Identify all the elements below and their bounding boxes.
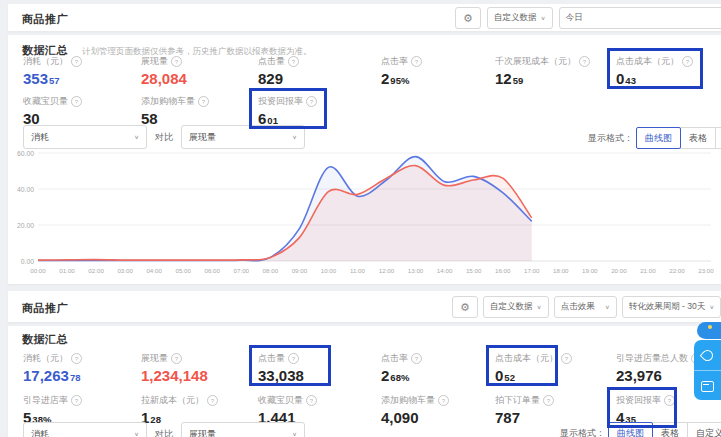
chat-card-icon[interactable]: [694, 370, 721, 401]
svg-text:02:00: 02:00: [88, 267, 104, 274]
metric-value: 35357: [23, 71, 141, 88]
svg-text:14:00: 14:00: [437, 267, 453, 274]
conversion-period-select[interactable]: 转化效果周期 - 30天 ∨: [622, 296, 721, 318]
compare-select[interactable]: 展现量 ∨: [181, 422, 305, 437]
metric-cell: 展现量?1,234,148: [141, 352, 258, 385]
info-icon[interactable]: ?: [288, 353, 299, 364]
info-icon[interactable]: ?: [664, 395, 675, 406]
format-mode-curve[interactable]: 曲线图: [608, 422, 653, 437]
svg-text:40.00: 40.00: [17, 186, 34, 193]
chevron-down-icon: ∨: [292, 431, 297, 437]
info-icon[interactable]: ?: [543, 395, 554, 406]
metric-value: 829: [258, 71, 381, 88]
chart-metric-controls: 消耗 ∨ 对比 展现量 ∨: [23, 125, 305, 149]
summary-title: 数据汇总: [22, 332, 68, 347]
metric-value: 1,234,148: [141, 368, 258, 385]
svg-text:04:00: 04:00: [146, 267, 162, 274]
metric-label: 拍下订单量?: [495, 394, 616, 407]
custom-data-select[interactable]: 自定义数据 ∨: [483, 296, 549, 318]
metric-label: 展现量?: [141, 352, 258, 365]
info-icon[interactable]: ?: [71, 353, 82, 364]
format-mode-table[interactable]: 表格: [680, 127, 716, 149]
gear-icon[interactable]: ⚙: [452, 296, 478, 318]
compare-select[interactable]: 展现量 ∨: [181, 125, 305, 149]
info-icon[interactable]: ?: [171, 353, 182, 364]
vs-label: 对比: [155, 428, 173, 437]
metric-cell: 点击成本（元）?043: [616, 55, 721, 88]
service-mascot-icon[interactable]: [697, 322, 721, 339]
metric-cell: 点击量?829: [258, 55, 381, 88]
metric-select[interactable]: 消耗 ∨: [23, 125, 147, 149]
message-drop-icon[interactable]: [694, 340, 721, 370]
click-effect-select[interactable]: 点击效果 ∨: [554, 296, 617, 318]
format-mode-custom[interactable]: 自定义指标?: [687, 422, 721, 437]
info-icon[interactable]: ?: [71, 56, 82, 67]
metric-value: 043: [616, 71, 721, 88]
panel2-header: 商品推广 ⚙ 自定义数据 ∨ 点击效果 ∨ 转化效果周期 - 30天 ∨ 201…: [8, 291, 721, 322]
svg-text:22:00: 22:00: [669, 267, 685, 274]
info-icon[interactable]: ?: [306, 395, 317, 406]
info-icon[interactable]: ?: [438, 395, 449, 406]
metric-label: 收藏宝贝量?: [23, 95, 141, 108]
display-format: 显示格式： 曲线图表格自定义指标?: [588, 127, 721, 149]
metric-label: 消耗（元）?: [23, 55, 141, 68]
trend-chart[interactable]: 0.0020.0040.0060.0000:0001:0002:0003:000…: [8, 147, 721, 281]
metric-value: 1259: [495, 71, 616, 88]
info-icon[interactable]: ?: [198, 96, 209, 107]
metric-cell: 收藏宝贝量?30: [23, 95, 141, 128]
metric-select[interactable]: 消耗 ∨: [23, 422, 147, 437]
svg-text:11:00: 11:00: [350, 267, 366, 274]
info-icon[interactable]: ?: [171, 56, 182, 67]
info-icon[interactable]: ?: [288, 56, 299, 67]
info-icon[interactable]: ?: [561, 353, 572, 364]
page-title: 商品推广: [22, 301, 68, 316]
metric-label: 点击成本（元）?: [616, 55, 721, 68]
custom-data-select[interactable]: 自定义数据 ∨: [487, 7, 553, 29]
info-icon[interactable]: ?: [71, 395, 82, 406]
info-icon[interactable]: ?: [411, 56, 422, 67]
svg-text:09:00: 09:00: [292, 267, 308, 274]
metric-cell: 千次展现成本（元）?1259: [495, 55, 616, 88]
info-icon[interactable]: ?: [682, 56, 693, 67]
chevron-down-icon: ∨: [541, 15, 546, 21]
vs-label: 对比: [155, 131, 173, 144]
metric-label: 展现量?: [141, 55, 258, 68]
info-icon[interactable]: ?: [71, 96, 82, 107]
panel2-toolbar: ⚙ 自定义数据 ∨ 点击效果 ∨ 转化效果周期 - 30天 ∨ 2019-12-…: [452, 296, 721, 318]
metric-cell: 点击量?33,038: [258, 352, 381, 385]
svg-text:0.00: 0.00: [21, 258, 34, 265]
format-mode-custom[interactable]: 自定义指标?: [715, 127, 721, 149]
metric-value: 4,090: [381, 410, 495, 427]
svg-text:13:00: 13:00: [408, 267, 424, 274]
svg-text:05:00: 05:00: [175, 267, 191, 274]
metric-cell: 展现量?28,084: [141, 55, 258, 88]
svg-text:17:00: 17:00: [524, 267, 540, 274]
metric-cell: 点击率?268%: [381, 352, 495, 385]
svg-text:01:00: 01:00: [59, 267, 75, 274]
gear-icon[interactable]: ⚙: [455, 7, 481, 29]
info-icon[interactable]: ?: [579, 56, 590, 67]
format-mode-curve[interactable]: 曲线图: [636, 127, 681, 149]
metric-value: 268%: [381, 368, 495, 385]
chevron-down-icon: ∨: [709, 304, 714, 310]
svg-text:20.00: 20.00: [17, 222, 34, 229]
info-icon[interactable]: ?: [306, 96, 317, 107]
svg-text:03:00: 03:00: [117, 267, 133, 274]
metric-label: 点击率?: [381, 55, 495, 68]
metric-cell: 点击率?295%: [381, 55, 495, 88]
svg-text:15:00: 15:00: [466, 267, 482, 274]
date-picker[interactable]: 今日: [559, 7, 721, 29]
page-title: 商品推广: [22, 12, 68, 27]
svg-text:07:00: 07:00: [234, 267, 250, 274]
info-icon[interactable]: ?: [207, 395, 218, 406]
metric-label: 千次展现成本（元）?: [495, 55, 616, 68]
metric-label: 收藏宝贝量?: [258, 394, 381, 407]
svg-text:19:00: 19:00: [582, 267, 598, 274]
panel2-summary-card: 数据汇总 消耗（元）?17,26378展现量?1,234,148点击量?33,0…: [8, 326, 721, 437]
metric-label: 点击成本（元）?: [495, 352, 616, 365]
info-icon[interactable]: ?: [411, 353, 422, 364]
format-mode-table[interactable]: 表格: [652, 422, 688, 437]
metrics-row: 消耗（元）?17,26378展现量?1,234,148点击量?33,038点击率…: [23, 352, 721, 385]
metric-label: 消耗（元）?: [23, 352, 141, 365]
metric-value: 052: [495, 368, 616, 385]
